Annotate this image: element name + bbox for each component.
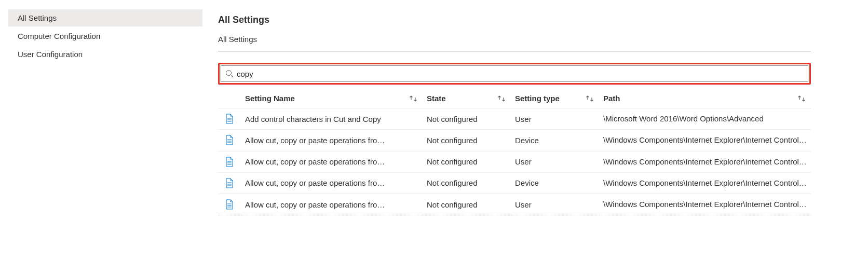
svg-point-0 — [226, 71, 232, 76]
state-cell: Not configured — [423, 130, 511, 151]
breadcrumb: All Settings — [218, 35, 811, 44]
column-header-icon — [218, 90, 241, 108]
sidebar-item-computer-configuration[interactable]: Computer Configuration — [8, 27, 202, 45]
document-icon — [225, 135, 234, 145]
sidebar-item-label: User Configuration — [18, 50, 83, 59]
setting-type-cell: User — [511, 108, 599, 130]
column-header-label: Path — [603, 94, 620, 103]
row-icon-cell — [218, 151, 241, 172]
row-icon-cell — [218, 108, 241, 130]
table-header-row: Setting Name State — [218, 90, 811, 108]
main-content: All Settings All Settings — [202, 0, 868, 262]
state-cell: Not configured — [423, 172, 511, 194]
table-row[interactable]: Allow cut, copy or paste operations fro…… — [218, 130, 811, 151]
path-cell: \Windows Components\Internet Explorer\In… — [599, 151, 811, 172]
sidebar-item-label: Computer Configuration — [18, 32, 100, 40]
column-header-state[interactable]: State — [423, 90, 511, 108]
document-icon — [225, 157, 234, 167]
document-icon — [225, 114, 234, 124]
search-box[interactable] — [221, 65, 808, 82]
setting-name-cell: Allow cut, copy or paste operations fro… — [241, 151, 423, 172]
path-cell: \Windows Components\Internet Explorer\In… — [599, 194, 811, 215]
search-icon — [225, 70, 234, 78]
column-header-setting-type[interactable]: Setting type — [511, 90, 599, 108]
column-header-path[interactable]: Path — [599, 90, 811, 108]
sidebar-item-label: All Settings — [18, 13, 57, 22]
divider — [218, 51, 811, 51]
row-icon-cell — [218, 130, 241, 151]
setting-name-cell: Allow cut, copy or paste operations fro… — [241, 130, 423, 151]
state-cell: Not configured — [423, 108, 511, 130]
state-cell: Not configured — [423, 194, 511, 215]
svg-line-1 — [230, 75, 233, 77]
document-icon — [225, 199, 234, 210]
sidebar-item-all-settings[interactable]: All Settings — [8, 9, 202, 26]
setting-type-cell: User — [511, 194, 599, 215]
column-header-label: Setting type — [515, 94, 560, 103]
document-icon — [225, 178, 234, 188]
setting-name-cell: Allow cut, copy or paste operations fro… — [241, 194, 423, 215]
path-cell: \Windows Components\Internet Explorer\In… — [599, 130, 811, 151]
search-input[interactable] — [237, 70, 804, 78]
path-cell: \Microsoft Word 2016\Word Options\Advanc… — [599, 108, 811, 130]
setting-type-cell: Device — [511, 130, 599, 151]
row-icon-cell — [218, 172, 241, 194]
column-header-label: Setting Name — [245, 94, 295, 103]
sort-icon[interactable] — [585, 95, 595, 102]
setting-type-cell: User — [511, 151, 599, 172]
sidebar-item-user-configuration[interactable]: User Configuration — [8, 46, 202, 63]
sort-icon[interactable] — [408, 95, 418, 102]
setting-name-cell: Add control characters in Cut and Copy — [241, 108, 423, 130]
page-title: All Settings — [218, 15, 811, 25]
sort-icon[interactable] — [496, 95, 507, 102]
table-row[interactable]: Allow cut, copy or paste operations fro…… — [218, 172, 811, 194]
sort-icon[interactable] — [796, 95, 807, 102]
row-icon-cell — [218, 194, 241, 215]
setting-name-cell: Allow cut, copy or paste operations fro… — [241, 172, 423, 194]
path-cell: \Windows Components\Internet Explorer\In… — [599, 172, 811, 194]
column-header-label: State — [427, 94, 446, 103]
table-row[interactable]: Allow cut, copy or paste operations fro…… — [218, 151, 811, 172]
sidebar: All Settings Computer Configuration User… — [0, 0, 202, 262]
setting-type-cell: Device — [511, 172, 599, 194]
state-cell: Not configured — [423, 151, 511, 172]
table-row[interactable]: Allow cut, copy or paste operations fro…… — [218, 194, 811, 215]
column-header-setting-name[interactable]: Setting Name — [241, 90, 423, 108]
settings-table: Setting Name State — [218, 90, 811, 215]
search-highlight — [218, 63, 811, 85]
table-row[interactable]: Add control characters in Cut and CopyNo… — [218, 108, 811, 130]
